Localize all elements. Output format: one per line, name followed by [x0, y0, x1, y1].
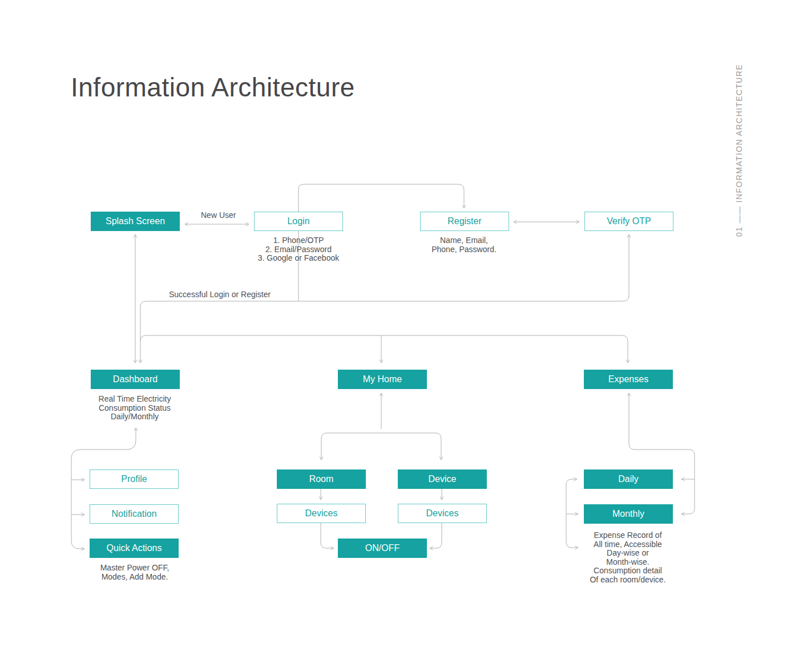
node-notification: Notification [90, 504, 179, 524]
node-label: Room [309, 474, 334, 484]
node-label: My Home [363, 374, 402, 384]
register-note: Name, Email, Phone, Password. [407, 236, 521, 254]
edge-expenses-rail [629, 393, 695, 514]
node-quick-actions: Quick Actions [90, 539, 179, 558]
node-label: Verify OTP [607, 216, 651, 226]
node-label: Devices [305, 508, 338, 519]
node-profile: Profile [90, 469, 179, 489]
node-verify-otp: Verify OTP [584, 212, 673, 231]
edge-devices-onoff-left [321, 523, 334, 548]
node-monthly: Monthly [584, 504, 673, 524]
quick-actions-note: Master Power OFF, Modes, Add Mode. [78, 564, 192, 581]
node-room: Room [277, 469, 366, 489]
node-on-off: ON/OFF [338, 539, 427, 558]
node-daily: Daily [584, 469, 673, 489]
node-label: Devices [426, 508, 459, 519]
edge-main-rail [140, 335, 628, 363]
information-architecture-page: Information Architecture 01 ―― INFORMATI… [0, 0, 799, 672]
node-label: Splash Screen [106, 216, 165, 226]
node-label: Notification [111, 509, 156, 519]
node-device: Device [398, 469, 487, 489]
node-dashboard: Dashboard [91, 370, 180, 389]
node-login: Login [254, 212, 343, 231]
expenses-note: Expense Record of All time, Accessible D… [571, 531, 685, 584]
node-label: Daily [618, 474, 639, 484]
node-label: ON/OFF [365, 543, 400, 553]
node-register: Register [420, 212, 509, 231]
node-label: Login [287, 216, 309, 226]
node-my-home: My Home [338, 370, 427, 389]
edge-devices-onoff-right [430, 523, 442, 548]
edge-label-success: Successful Login or Register [169, 290, 271, 299]
node-label: Dashboard [113, 374, 158, 384]
node-label: Register [447, 216, 482, 226]
login-note: 1. Phone/OTP 2. Email/Password 3. Google… [230, 236, 367, 263]
edge-label-new-user: New User [201, 210, 236, 220]
node-label: Monthly [612, 509, 644, 519]
node-device-devices: Devices [398, 504, 487, 523]
node-label: Profile [121, 474, 147, 484]
node-label: Device [429, 474, 457, 484]
node-label: Quick Actions [107, 543, 162, 553]
node-splash-screen: Splash Screen [91, 212, 180, 231]
page-title: Information Architecture [71, 72, 355, 103]
dashboard-note: Real Time Electricity Consumption Status… [78, 395, 192, 422]
node-label: Expenses [608, 374, 648, 384]
side-page-label: 01 ―― INFORMATION ARCHITECTURE [735, 71, 746, 237]
node-room-devices: Devices [277, 504, 366, 523]
node-expenses: Expenses [584, 370, 673, 389]
edge-myhome-split [321, 433, 441, 460]
edge-login-register-loop [298, 184, 464, 212]
